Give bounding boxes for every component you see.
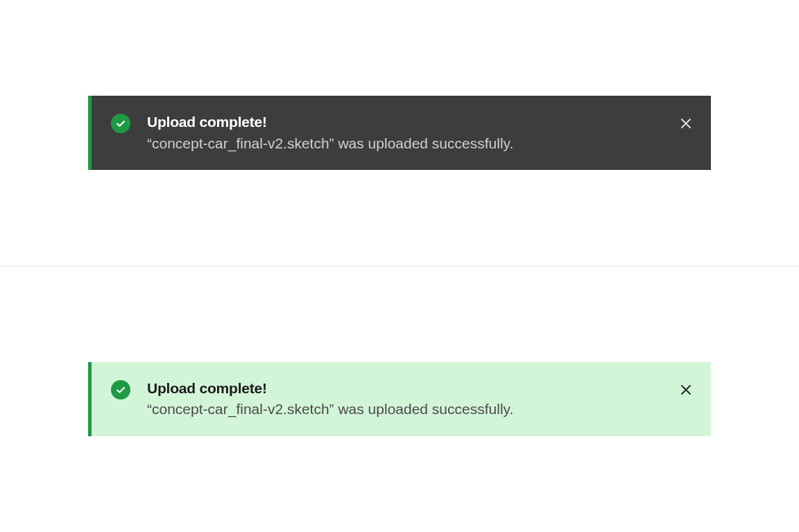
- toast-content: Upload complete! “concept-car_final-v2.s…: [147, 379, 667, 420]
- close-icon: [680, 117, 692, 130]
- toast-dark-section: Upload complete! “concept-car_final-v2.s…: [0, 0, 799, 266]
- toast-message: “concept-car_final-v2.sketch” was upload…: [147, 399, 667, 419]
- close-button[interactable]: [678, 381, 694, 398]
- close-button[interactable]: [678, 115, 694, 132]
- toast-success-dark: Upload complete! “concept-car_final-v2.s…: [88, 96, 711, 170]
- toast-light-section: Upload complete! “concept-car_final-v2.s…: [0, 266, 799, 533]
- toast-message: “concept-car_final-v2.sketch” was upload…: [147, 133, 667, 153]
- checkmark-circle-icon: [111, 114, 130, 133]
- toast-title: Upload complete!: [147, 379, 667, 397]
- checkmark-circle-icon: [111, 380, 130, 400]
- close-icon: [680, 384, 692, 396]
- toast-title: Upload complete!: [147, 112, 667, 131]
- toast-success-light: Upload complete! “concept-car_final-v2.s…: [88, 362, 711, 436]
- toast-content: Upload complete! “concept-car_final-v2.s…: [147, 112, 667, 153]
